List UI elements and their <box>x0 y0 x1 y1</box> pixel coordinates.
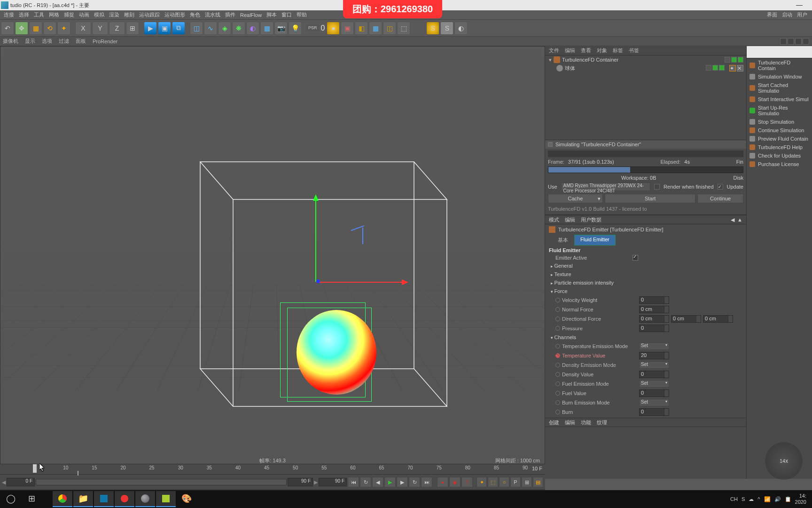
cube-primitive-btn[interactable]: ◫ <box>190 22 203 35</box>
view-menu-item[interactable]: 选项 <box>42 38 52 45</box>
tag-icon[interactable]: ✦ <box>729 65 736 71</box>
vis-render-toggle[interactable] <box>738 57 743 63</box>
keyopt-btn[interactable]: ? <box>461 477 473 487</box>
emitter-active-checkbox[interactable] <box>632 255 638 261</box>
obj-row-sphere[interactable]: 球体 ✦ ✕ <box>545 64 746 72</box>
clock[interactable]: 14:2020 <box>795 493 806 505</box>
menu-item[interactable]: 捕捉 <box>64 11 74 18</box>
frame-start-field[interactable]: 0 F <box>7 478 35 486</box>
rotate-btn[interactable]: ⟲ <box>43 22 56 35</box>
mograph-btn[interactable]: ❋ <box>232 22 245 35</box>
prev-frame-btn[interactable]: ◀ <box>372 477 383 487</box>
plugin-menu-item[interactable]: Start Cached Simulatio <box>747 81 812 95</box>
loop2-btn[interactable]: ↻ <box>409 477 420 487</box>
tab-fluid-emitter[interactable]: Fluid Emitter <box>574 235 616 246</box>
plugin-menu-item[interactable]: Continue Simulation <box>747 126 812 135</box>
tray-icon[interactable]: S <box>742 496 745 502</box>
attr-prev-icon[interactable]: ◀ <box>731 217 734 223</box>
scale-btn[interactable]: ✦ <box>57 22 70 35</box>
view-menu-item[interactable]: 显示 <box>25 38 35 45</box>
menu-item[interactable]: 窗口 <box>281 11 292 18</box>
objmgr-menu-item[interactable]: 标签 <box>613 47 623 54</box>
c4d-taskbar-icon[interactable] <box>135 491 155 507</box>
general-section[interactable]: General <box>549 262 742 270</box>
key-rot-btn[interactable]: ○ <box>499 477 509 487</box>
density-mode-select[interactable]: Set <box>639 361 669 369</box>
menu-item[interactable]: 工具 <box>34 11 44 18</box>
key-pla-btn[interactable]: ⊞ <box>522 477 532 487</box>
view-menu-item[interactable]: 摄像机 <box>3 38 18 45</box>
menu-item[interactable]: 用户 <box>797 11 807 18</box>
tl-prev-icon[interactable]: ◀ <box>2 479 6 485</box>
mat-menu-item[interactable]: 纹理 <box>597 419 607 426</box>
tray-icon[interactable]: ☁ <box>749 496 754 502</box>
continue-button[interactable]: Continue <box>697 194 743 203</box>
deformer-btn[interactable]: ◐ <box>246 22 259 35</box>
normal-force-input[interactable]: 0 cm <box>639 306 669 313</box>
psr-zero[interactable]: 0 <box>320 24 326 32</box>
menu-item[interactable]: 选择 <box>19 11 29 18</box>
start-button[interactable]: ◯ <box>1 491 21 507</box>
tray-icon[interactable]: CH <box>730 496 738 502</box>
goto-end-btn[interactable]: ⏭ <box>421 477 432 487</box>
layer-toggle[interactable] <box>725 57 730 63</box>
key-scale-btn[interactable]: ⬚ <box>488 477 498 487</box>
objmgr-menu-item[interactable]: 文件 <box>549 47 559 54</box>
tray-icon[interactable]: 📶 <box>764 496 771 502</box>
menu-item[interactable]: 流水线 <box>205 11 220 18</box>
mat-menu-item[interactable]: 创建 <box>549 419 559 426</box>
attr-up-icon[interactable]: ▲ <box>737 217 742 223</box>
minimize-icon[interactable]: — <box>796 1 803 8</box>
vis-editor-toggle[interactable] <box>712 65 718 71</box>
vp-opt2-icon[interactable] <box>788 38 794 45</box>
menu-item[interactable]: 模拟 <box>94 11 104 18</box>
tool5-btn[interactable]: ◫ <box>383 22 396 35</box>
cpu-select[interactable]: AMD Ryzen Threadripper 2970WX 24-Core Pr… <box>561 183 651 191</box>
plugin-menu-item[interactable]: Start Interactive Simul <box>747 95 812 103</box>
render-settings-btn[interactable]: ⧉ <box>172 22 185 35</box>
tool6-btn[interactable]: ⬚ <box>397 22 410 35</box>
plugin-s1-btn[interactable]: S <box>426 22 439 35</box>
tool1-btn[interactable]: ● <box>327 22 340 35</box>
cache-button[interactable]: Cache <box>548 194 603 203</box>
chrome-taskbar-icon[interactable] <box>53 491 72 507</box>
menu-item[interactable]: RealFlow <box>240 12 262 18</box>
obj-name[interactable]: 球体 <box>565 65 575 72</box>
fuel-mode-select[interactable]: Set <box>639 380 669 388</box>
menu-item[interactable]: 网格 <box>49 11 59 18</box>
mat-menu-item[interactable]: 编辑 <box>565 419 575 426</box>
force-section[interactable]: Force <box>549 287 742 295</box>
viewport[interactable]: 帧率: 149.3 网格间距 : 1000 cm <box>0 46 545 479</box>
view-menu-item[interactable]: 面板 <box>76 38 86 45</box>
camera-btn[interactable]: 📷 <box>274 22 288 35</box>
temp-mode-select[interactable]: Set <box>639 342 669 350</box>
menu-item[interactable]: 启动 <box>782 11 792 18</box>
key-param-btn[interactable]: P <box>510 477 521 487</box>
key-pos-btn[interactable]: ✦ <box>476 477 487 487</box>
plugin-menu-item[interactable]: TurbulenceFD Help <box>747 143 812 151</box>
menu-item[interactable]: 帮助 <box>297 11 307 18</box>
objmgr-menu-item[interactable]: 编辑 <box>565 47 575 54</box>
render-view-btn[interactable]: ▶ <box>144 22 157 35</box>
plugin-menu-item[interactable]: TurbulenceFD Contain <box>747 58 812 72</box>
mat-menu-item[interactable]: 功能 <box>581 419 591 426</box>
timeline-range-slider[interactable] <box>36 479 287 485</box>
plugin-menu-item[interactable]: Simulation Window <box>747 72 812 81</box>
vis-editor-toggle[interactable] <box>731 57 737 63</box>
expand-icon[interactable]: ▾ <box>549 57 552 63</box>
gizmo-x-axis[interactable] <box>316 282 406 283</box>
taskview-button[interactable]: ⊞ <box>22 491 41 507</box>
record-btn[interactable]: ● <box>437 477 448 487</box>
key-opt2-btn[interactable]: ▤ <box>533 477 543 487</box>
frame-cur-field[interactable]: 90 F <box>288 478 313 486</box>
attr-menu-item[interactable]: 模式 <box>549 216 559 223</box>
light-btn[interactable]: 💡 <box>289 22 302 35</box>
texture-section[interactable]: Texture <box>549 270 742 278</box>
tl-next-icon[interactable]: ▶ <box>314 479 318 485</box>
plugin-s2-btn[interactable]: S <box>440 22 453 35</box>
app4-taskbar-icon[interactable]: 🎨 <box>177 491 196 507</box>
gizmo-y-axis[interactable] <box>315 197 316 282</box>
menu-item[interactable]: 运动跟踪 <box>139 11 160 18</box>
menu-item[interactable]: 运动图形 <box>164 11 185 18</box>
attr-menu-item[interactable]: 编辑 <box>565 216 575 223</box>
